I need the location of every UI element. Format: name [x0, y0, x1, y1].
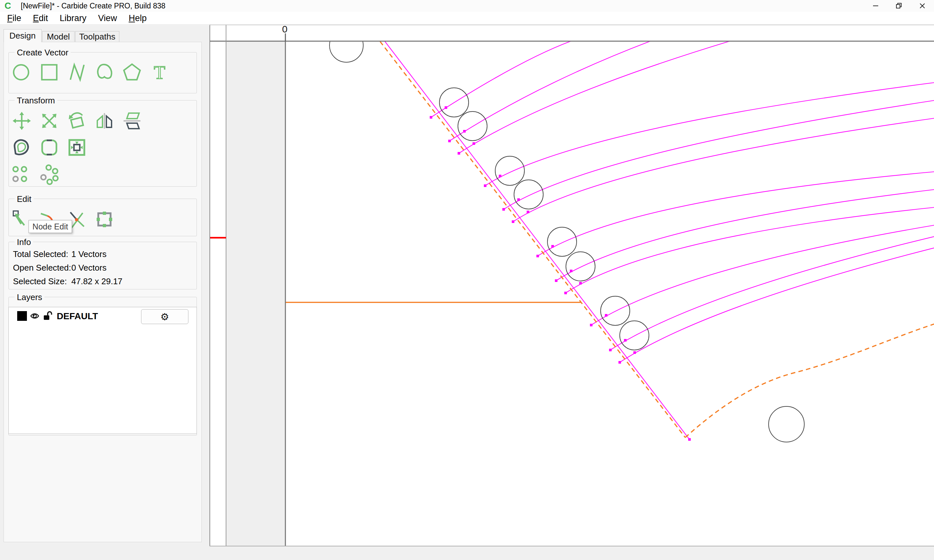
layer-visibility-icon[interactable] — [30, 312, 39, 322]
node-marker[interactable] — [499, 175, 501, 177]
flip-icon[interactable] — [122, 111, 142, 131]
mirror-icon[interactable] — [94, 111, 115, 131]
ruler-zero-label: 0 — [282, 25, 288, 34]
info-selected-size: Selected Size: 47.82 x 29.17 — [13, 277, 67, 286]
window-controls — [864, 0, 934, 12]
scale-icon[interactable] — [39, 111, 60, 131]
offset-icon[interactable] — [11, 137, 32, 158]
info-total-selected: Total Selected: 1 Vectors — [13, 249, 68, 259]
node-marker[interactable] — [579, 282, 582, 285]
svg-text:T: T — [154, 62, 165, 82]
close-icon — [919, 2, 926, 9]
layer-color-swatch[interactable] — [17, 311, 27, 321]
tab-model[interactable]: Model — [42, 31, 75, 42]
join-icon[interactable] — [94, 209, 115, 230]
node-marker[interactable] — [430, 116, 432, 118]
layer-unlock-icon[interactable] — [43, 311, 53, 323]
menu-library[interactable]: Library — [54, 12, 92, 25]
info-open-selected: Open Selected: 0 Vectors — [13, 263, 71, 273]
info-value: 1 Vectors — [71, 249, 106, 259]
window-title: [NewFile]* - Carbide Create PRO, Build 8… — [21, 2, 165, 10]
layers-title: Layers — [15, 292, 45, 302]
node-marker[interactable] — [605, 314, 607, 317]
rotate-icon[interactable] — [66, 111, 87, 131]
node-marker[interactable] — [445, 106, 447, 109]
gear-icon: ⚙ — [160, 311, 169, 323]
curve-tool-icon[interactable] — [94, 62, 115, 82]
info-group: Info Total Selected: 1 Vectors Open Sele… — [8, 242, 197, 289]
menu-file[interactable]: File — [1, 12, 27, 25]
node-marker[interactable] — [458, 152, 460, 155]
node-marker[interactable] — [688, 438, 691, 441]
info-value: 0 Vectors — [71, 263, 106, 273]
node-marker[interactable] — [624, 339, 627, 342]
node-marker[interactable] — [527, 211, 529, 213]
layer-list[interactable]: DEFAULT ⚙ — [8, 307, 197, 434]
circle-tool-icon[interactable] — [11, 62, 32, 82]
circular-array-icon[interactable] — [39, 164, 60, 185]
app-logo-icon: C — [5, 0, 14, 12]
title-bar: C [NewFile]* - Carbide Create PRO, Build… — [0, 0, 934, 12]
tab-design[interactable]: Design — [3, 29, 42, 42]
vertical-ruler — [210, 25, 226, 546]
text-tool-icon[interactable]: T — [149, 62, 170, 82]
menu-edit[interactable]: Edit — [27, 12, 54, 25]
info-label: Total Selected: — [13, 249, 68, 259]
node-marker[interactable] — [609, 349, 612, 351]
outside-stock-area — [227, 41, 285, 546]
node-marker[interactable] — [555, 279, 558, 282]
linear-array-icon[interactable] — [11, 164, 32, 185]
node-marker[interactable] — [536, 255, 539, 257]
menu-help[interactable]: Help — [123, 12, 153, 25]
node-marker[interactable] — [484, 185, 487, 187]
node-marker[interactable] — [517, 198, 520, 201]
ruler-position-marker — [210, 237, 226, 238]
info-title: Info — [15, 237, 33, 247]
node-marker[interactable] — [618, 361, 621, 364]
transform-group: Transform — [8, 100, 197, 187]
node-marker[interactable] — [564, 292, 567, 294]
transform-title: Transform — [15, 95, 57, 106]
minimize-button[interactable] — [864, 0, 887, 12]
node-marker[interactable] — [570, 270, 572, 272]
node-marker[interactable] — [512, 220, 514, 223]
design-panel: Create Vector T Transform — [3, 42, 202, 542]
round-corners-icon[interactable] — [39, 137, 60, 158]
node-marker[interactable] — [551, 245, 554, 248]
fit-to-size-icon[interactable] — [66, 137, 87, 158]
edit-title: Edit — [15, 194, 34, 204]
info-label: Open Selected: — [13, 263, 71, 272]
menu-bar: File Edit Library View Help — [0, 12, 934, 25]
create-vector-title: Create Vector — [15, 48, 71, 58]
node-marker[interactable] — [473, 142, 475, 145]
node-marker[interactable] — [448, 140, 451, 142]
create-vector-group: Create Vector T — [8, 52, 197, 93]
close-button[interactable] — [911, 0, 934, 12]
horizontal-ruler — [210, 25, 934, 41]
polygon-tool-icon[interactable] — [122, 62, 142, 82]
minimize-icon — [872, 2, 879, 9]
node-marker[interactable] — [590, 324, 592, 326]
node-marker[interactable] — [633, 351, 636, 354]
info-label: Selected Size: — [13, 277, 67, 286]
polyline-tool-icon[interactable] — [66, 62, 87, 82]
layer-name[interactable]: DEFAULT — [57, 311, 98, 322]
restore-button[interactable] — [887, 0, 911, 12]
node-marker[interactable] — [463, 130, 466, 132]
rectangle-tool-icon[interactable] — [39, 62, 60, 82]
layer-row[interactable]: DEFAULT ⚙ — [9, 307, 197, 327]
node-edit-tooltip: Node Edit — [29, 220, 72, 233]
tab-toolpaths[interactable]: Toolpaths — [75, 31, 119, 42]
layers-group: Layers DEFAULT ⚙ — [8, 297, 197, 435]
menu-view[interactable]: View — [92, 12, 123, 25]
move-icon[interactable] — [11, 111, 32, 131]
restore-icon — [895, 2, 903, 9]
info-value: 47.82 x 29.17 — [71, 277, 123, 286]
layer-settings-button[interactable]: ⚙ — [141, 309, 188, 324]
node-marker[interactable] — [502, 208, 505, 211]
design-canvas[interactable]: 0 — [210, 25, 934, 546]
canvas-svg: 0 — [210, 25, 934, 546]
